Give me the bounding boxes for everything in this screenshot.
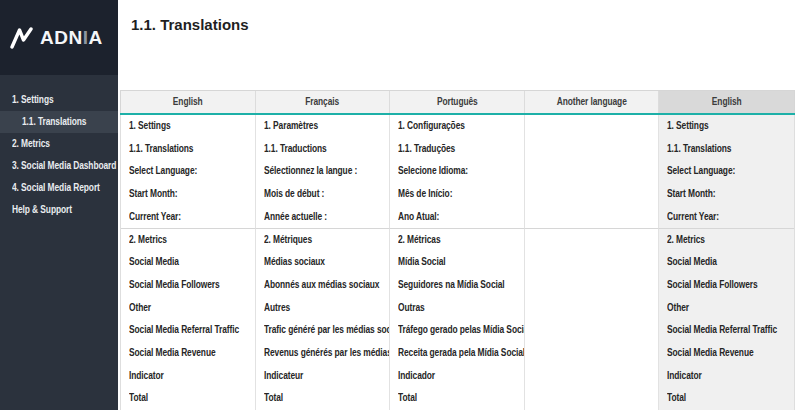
table-cell[interactable]: 2. Metrics: [659, 228, 794, 251]
table-row: 1.1. Translations1.1. Traductions1.1. Tr…: [121, 138, 794, 161]
table-cell[interactable]: 1. Settings: [659, 115, 794, 138]
table-cell[interactable]: 1. Paramètres: [256, 115, 391, 138]
sidebar-item-1-1-translations[interactable]: 1.1. Translations: [0, 111, 118, 133]
sidebar-item-3-social-media-dashboard[interactable]: 3. Social Media Dashboard: [0, 155, 118, 177]
table-body: 1. Settings1. Paramètres1. Configurações…: [120, 115, 795, 410]
table-cell[interactable]: 2. Métriques: [256, 228, 391, 251]
table-row: OtherAutresOutrasOther: [121, 297, 794, 320]
column-header-1[interactable]: Français: [256, 91, 391, 113]
table-cell[interactable]: [525, 160, 660, 183]
table-cell[interactable]: Other: [659, 297, 794, 320]
column-header-3[interactable]: Another language: [525, 91, 660, 113]
table-cell[interactable]: 1.1. Traduções: [390, 138, 525, 161]
adnia-logo-icon: [10, 27, 34, 49]
table-cell[interactable]: Social Media Referral Traffic: [121, 319, 256, 342]
table-row: Social Media RevenueRevenus générés par …: [121, 342, 794, 365]
table-cell[interactable]: 1.1. Translations: [121, 138, 256, 161]
logo: ADNIA: [0, 0, 118, 75]
table-cell[interactable]: [525, 206, 660, 229]
table-cell[interactable]: Mês de Início:: [390, 183, 525, 206]
table-cell[interactable]: Outras: [390, 297, 525, 320]
column-header-4[interactable]: English: [659, 91, 794, 113]
table-header-row: EnglishFrançaisPortuguêsAnother language…: [120, 90, 795, 113]
sidebar-nav: 1. Settings1.1. Translations2. Metrics3.…: [0, 89, 118, 221]
table-cell[interactable]: 1.1. Traductions: [256, 138, 391, 161]
sidebar-item-2-metrics[interactable]: 2. Metrics: [0, 133, 118, 155]
table-cell[interactable]: Trafic généré par les médias sociaux: [256, 319, 391, 342]
table-row: Social Media Referral TrafficTrafic géné…: [121, 319, 794, 342]
table-row: 2. Metrics2. Métriques2. Métricas2. Metr…: [121, 228, 794, 251]
table-cell[interactable]: Selecione Idioma:: [390, 160, 525, 183]
table-cell[interactable]: 2. Métricas: [390, 228, 525, 251]
table-cell[interactable]: 1. Settings: [121, 115, 256, 138]
table-row: Select Language:Sélectionnez la langue :…: [121, 160, 794, 183]
table-row: TotalTotalTotalTotal: [121, 387, 794, 410]
table-cell[interactable]: Other: [121, 297, 256, 320]
table-cell[interactable]: Revenus générés par les médias sociaux: [256, 342, 391, 365]
table-cell[interactable]: Année actuelle :: [256, 206, 391, 229]
table-cell[interactable]: Receita gerada pela Mídia Social: [390, 342, 525, 365]
table-cell[interactable]: Social Media Referral Traffic: [659, 319, 794, 342]
table-cell[interactable]: Seguidores na Mídia Social: [390, 274, 525, 297]
table-cell[interactable]: Current Year:: [659, 206, 794, 229]
sidebar: ADNIA 1. Settings1.1. Translations2. Met…: [0, 0, 118, 410]
table-cell[interactable]: [525, 342, 660, 365]
column-header-2[interactable]: Português: [390, 91, 525, 113]
table-cell[interactable]: Current Year:: [121, 206, 256, 229]
table-cell[interactable]: [525, 319, 660, 342]
table-cell[interactable]: Indicateur: [256, 365, 391, 388]
table-cell[interactable]: Mídia Social: [390, 251, 525, 274]
table-row: Current Year:Année actuelle :Ano Atual:C…: [121, 206, 794, 229]
table-row: Social Media FollowersAbonnés aux médias…: [121, 274, 794, 297]
table-cell[interactable]: Start Month:: [121, 183, 256, 206]
table-row: Start Month:Mois de début :Mês de Início…: [121, 183, 794, 206]
table-cell[interactable]: [525, 365, 660, 388]
table-cell[interactable]: Social Media Followers: [659, 274, 794, 297]
table-cell[interactable]: Select Language:: [659, 160, 794, 183]
table-cell[interactable]: 1. Configurações: [390, 115, 525, 138]
table-cell[interactable]: [525, 274, 660, 297]
table-cell[interactable]: Total: [256, 387, 391, 410]
brand-text: ADNIA: [40, 27, 103, 49]
table-cell[interactable]: Indicator: [659, 365, 794, 388]
table-cell[interactable]: Social Media Followers: [121, 274, 256, 297]
table-cell[interactable]: 1.1. Translations: [659, 138, 794, 161]
table-row: IndicatorIndicateurIndicadorIndicator: [121, 365, 794, 388]
table-cell[interactable]: Médias sociaux: [256, 251, 391, 274]
table-cell[interactable]: Indicador: [390, 365, 525, 388]
table-cell[interactable]: Indicator: [121, 365, 256, 388]
table-cell[interactable]: Total: [390, 387, 525, 410]
sidebar-item-4-social-media-report[interactable]: 4. Social Media Report: [0, 177, 118, 199]
column-header-0[interactable]: English: [121, 91, 256, 113]
table-cell[interactable]: [525, 138, 660, 161]
table-cell[interactable]: [525, 228, 660, 251]
translations-table: EnglishFrançaisPortuguêsAnother language…: [120, 90, 795, 410]
table-cell[interactable]: [525, 251, 660, 274]
table-cell[interactable]: Abonnés aux médias sociaux: [256, 274, 391, 297]
table-cell[interactable]: Social Media Revenue: [659, 342, 794, 365]
page-title: 1.1. Translations: [131, 16, 249, 33]
table-row: Social MediaMédias sociauxMídia SocialSo…: [121, 251, 794, 274]
table-cell[interactable]: [525, 387, 660, 410]
table-cell[interactable]: Social Media Revenue: [121, 342, 256, 365]
table-cell[interactable]: [525, 297, 660, 320]
table-row: 1. Settings1. Paramètres1. Configurações…: [121, 115, 794, 138]
table-cell[interactable]: Social Media: [121, 251, 256, 274]
app-window: ADNIA 1. Settings1.1. Translations2. Met…: [0, 0, 800, 410]
table-cell[interactable]: Start Month:: [659, 183, 794, 206]
table-cell[interactable]: [525, 115, 660, 138]
table-cell[interactable]: Total: [659, 387, 794, 410]
main-area: 1.1. Translations EnglishFrançaisPortugu…: [118, 0, 800, 410]
table-cell[interactable]: 2. Metrics: [121, 228, 256, 251]
table-cell[interactable]: Autres: [256, 297, 391, 320]
sidebar-item-1-settings[interactable]: 1. Settings: [0, 89, 118, 111]
sidebar-item-help-support[interactable]: Help & Support: [0, 199, 118, 221]
table-cell[interactable]: Total: [121, 387, 256, 410]
table-cell[interactable]: Select Language:: [121, 160, 256, 183]
table-cell[interactable]: Sélectionnez la langue :: [256, 160, 391, 183]
table-cell[interactable]: Mois de début :: [256, 183, 391, 206]
table-cell[interactable]: Tráfego gerado pelas Mídia Social: [390, 319, 525, 342]
table-cell[interactable]: [525, 183, 660, 206]
table-cell[interactable]: Ano Atual:: [390, 206, 525, 229]
table-cell[interactable]: Social Media: [659, 251, 794, 274]
